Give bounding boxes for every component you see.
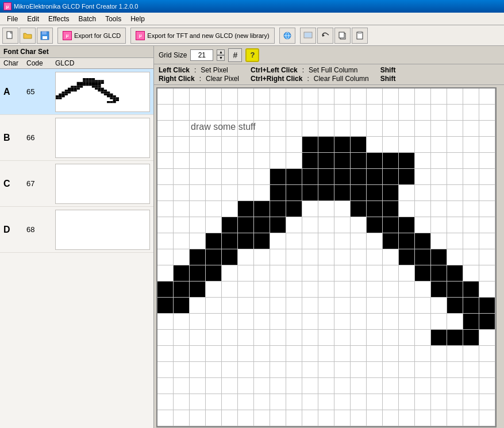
grid-cell-5-17[interactable] bbox=[431, 169, 447, 185]
grid-cell-15-13[interactable] bbox=[367, 330, 383, 346]
grid-cell-20-5[interactable] bbox=[238, 410, 254, 426]
grid-cell-18-5[interactable] bbox=[238, 378, 254, 394]
grid-cell-7-15[interactable] bbox=[399, 201, 415, 217]
grid-cell-5-18[interactable] bbox=[447, 169, 463, 185]
grid-cell-19-11[interactable] bbox=[334, 394, 351, 410]
grid-cell-8-12[interactable] bbox=[351, 217, 367, 233]
grid-cell-19-4[interactable] bbox=[222, 394, 238, 410]
grid-cell-2-3[interactable] bbox=[206, 121, 222, 137]
grid-cell-20-11[interactable] bbox=[334, 410, 351, 426]
grid-cell-1-10[interactable] bbox=[318, 105, 334, 121]
grid-cell-7-13[interactable] bbox=[367, 201, 383, 217]
grid-cell-15-12[interactable] bbox=[351, 330, 367, 346]
grid-cell-12-18[interactable] bbox=[447, 282, 463, 298]
grid-cell-18-12[interactable] bbox=[351, 378, 367, 394]
grid-cell-2-12[interactable] bbox=[351, 121, 367, 137]
grid-cell-20-6[interactable] bbox=[254, 410, 270, 426]
grid-cell-19-13[interactable] bbox=[367, 394, 383, 410]
grid-cell-9-11[interactable] bbox=[334, 233, 351, 249]
grid-cell-18-11[interactable] bbox=[334, 378, 351, 394]
grid-cell-3-6[interactable] bbox=[254, 137, 270, 153]
grid-cell-14-18[interactable] bbox=[447, 314, 463, 330]
grid-cell-18-2[interactable] bbox=[190, 378, 206, 394]
grid-cell-10-13[interactable] bbox=[367, 249, 383, 265]
grid-cell-14-15[interactable] bbox=[399, 314, 415, 330]
grid-cell-19-9[interactable] bbox=[302, 394, 318, 410]
grid-cell-14-2[interactable] bbox=[190, 314, 206, 330]
grid-cell-5-19[interactable] bbox=[463, 169, 479, 185]
grid-cell-20-10[interactable] bbox=[318, 410, 334, 426]
web-button[interactable] bbox=[279, 28, 295, 44]
grid-cell-6-18[interactable] bbox=[447, 185, 463, 201]
grid-cell-1-14[interactable] bbox=[383, 105, 399, 121]
grid-cell-16-16[interactable] bbox=[415, 346, 431, 362]
grid-cell-4-1[interactable] bbox=[174, 153, 190, 169]
grid-cell-15-8[interactable] bbox=[286, 330, 302, 346]
grid-cell-16-0[interactable] bbox=[157, 346, 174, 362]
grid-cell-9-7[interactable] bbox=[270, 233, 286, 249]
grid-cell-0-9[interactable] bbox=[302, 88, 318, 105]
grid-cell-2-1[interactable] bbox=[174, 121, 190, 137]
export-tft-button[interactable]: μ Export for TFT and new GLCD (new libra… bbox=[130, 28, 274, 44]
save-button[interactable] bbox=[37, 28, 53, 44]
grid-cell-13-0[interactable] bbox=[157, 298, 174, 314]
grid-cell-13-9[interactable] bbox=[302, 298, 318, 314]
grid-cell-8-8[interactable] bbox=[286, 217, 302, 233]
grid-cell-4-4[interactable] bbox=[222, 153, 238, 169]
grid-cell-13-15[interactable] bbox=[399, 298, 415, 314]
grid-cell-5-10[interactable] bbox=[318, 169, 334, 185]
grid-cell-3-17[interactable] bbox=[431, 137, 447, 153]
grid-cell-5-2[interactable] bbox=[190, 169, 206, 185]
grid-cell-15-20[interactable] bbox=[479, 330, 495, 346]
grid-cell-18-19[interactable] bbox=[463, 378, 479, 394]
grid-cell-10-18[interactable] bbox=[447, 249, 463, 265]
grid-cell-18-3[interactable] bbox=[206, 378, 222, 394]
grid-cell-2-19[interactable] bbox=[463, 121, 479, 137]
grid-cell-7-7[interactable] bbox=[270, 201, 286, 217]
grid-cell-0-19[interactable] bbox=[463, 88, 479, 105]
grid-cell-1-17[interactable] bbox=[431, 105, 447, 121]
grid-cell-14-5[interactable] bbox=[238, 314, 254, 330]
grid-cell-17-6[interactable] bbox=[254, 362, 270, 378]
grid-cell-2-11[interactable] bbox=[334, 121, 351, 137]
grid-cell-10-12[interactable] bbox=[351, 249, 367, 265]
grid-cell-14-13[interactable] bbox=[367, 314, 383, 330]
grid-cell-1-1[interactable] bbox=[174, 105, 190, 121]
grid-cell-18-0[interactable] bbox=[157, 378, 174, 394]
grid-cell-13-3[interactable] bbox=[206, 298, 222, 314]
grid-cell-8-9[interactable] bbox=[302, 217, 318, 233]
grid-cell-18-20[interactable] bbox=[479, 378, 495, 394]
grid-cell-19-19[interactable] bbox=[463, 394, 479, 410]
grid-cell-0-10[interactable] bbox=[318, 88, 334, 105]
grid-cell-17-20[interactable] bbox=[479, 362, 495, 378]
grid-cell-8-14[interactable] bbox=[383, 217, 399, 233]
grid-cell-13-19[interactable] bbox=[463, 298, 479, 314]
grid-cell-18-17[interactable] bbox=[431, 378, 447, 394]
grid-cell-4-20[interactable] bbox=[479, 153, 495, 169]
grid-cell-12-0[interactable] bbox=[157, 282, 174, 298]
grid-cell-10-14[interactable] bbox=[383, 249, 399, 265]
grid-cell-6-3[interactable] bbox=[206, 185, 222, 201]
grid-cell-16-20[interactable] bbox=[479, 346, 495, 362]
grid-cell-15-14[interactable] bbox=[383, 330, 399, 346]
grid-cell-12-16[interactable] bbox=[415, 282, 431, 298]
grid-cell-0-15[interactable] bbox=[399, 88, 415, 105]
grid-cell-3-11[interactable] bbox=[334, 137, 351, 153]
grid-cell-0-18[interactable] bbox=[447, 88, 463, 105]
grid-cell-12-19[interactable] bbox=[463, 282, 479, 298]
grid-cell-14-0[interactable] bbox=[157, 314, 174, 330]
grid-cell-10-17[interactable] bbox=[431, 249, 447, 265]
grid-cell-18-18[interactable] bbox=[447, 378, 463, 394]
grid-cell-7-18[interactable] bbox=[447, 201, 463, 217]
grid-cell-3-5[interactable] bbox=[238, 137, 254, 153]
grid-cell-4-11[interactable] bbox=[334, 153, 351, 169]
grid-cell-10-16[interactable] bbox=[415, 249, 431, 265]
grid-cell-4-8[interactable] bbox=[286, 153, 302, 169]
grid-cell-16-9[interactable] bbox=[302, 346, 318, 362]
grid-cell-7-1[interactable] bbox=[174, 201, 190, 217]
pixel-grid[interactable] bbox=[156, 87, 497, 427]
grid-cell-3-9[interactable] bbox=[302, 137, 318, 153]
grid-cell-0-6[interactable] bbox=[254, 88, 270, 105]
menu-help[interactable]: Help bbox=[126, 14, 149, 24]
grid-cell-0-8[interactable] bbox=[286, 88, 302, 105]
